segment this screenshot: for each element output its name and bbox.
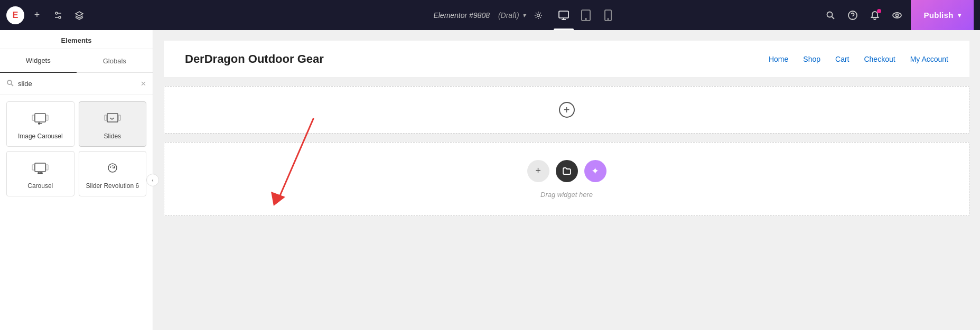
- slides-icon: [104, 111, 121, 128]
- sidebar: Elements Widgets Globals ✕: [0, 30, 153, 330]
- site-nav: Home Shop Cart Checkout My Account: [769, 55, 948, 63]
- svg-rect-9: [582, 10, 590, 21]
- topbar: E + Elementor #9808 (Draft) ▾: [0, 0, 980, 30]
- drag-action-buttons: + ✦: [527, 160, 606, 182]
- desktop-view-button[interactable]: [554, 5, 574, 25]
- slider-revolution-label: Slider Revolution 6: [86, 182, 139, 190]
- carousel-label: Carousel: [27, 182, 53, 190]
- svg-point-18: [7, 80, 12, 84]
- search-row: ✕: [0, 73, 153, 95]
- elementor-logo[interactable]: E: [6, 6, 24, 24]
- sidebar-title: Elements: [0, 30, 153, 49]
- svg-point-5: [537, 14, 539, 16]
- collapse-sidebar-button[interactable]: ‹: [146, 174, 159, 186]
- sidebar-tabs: Widgets Globals: [0, 49, 153, 73]
- svg-rect-29: [32, 165, 34, 170]
- tab-globals[interactable]: Globals: [77, 49, 153, 72]
- site-header: DerDragon Outdoor Gear Home Shop Cart Ch…: [164, 41, 969, 78]
- svg-point-24: [39, 123, 40, 124]
- svg-line-14: [832, 16, 835, 19]
- nav-my-account[interactable]: My Account: [910, 55, 948, 63]
- svg-rect-22: [46, 115, 48, 120]
- widgets-grid: Image Carousel Slides: [0, 95, 153, 203]
- svg-point-12: [608, 18, 609, 20]
- svg-point-33: [41, 173, 42, 174]
- svg-rect-25: [107, 114, 118, 122]
- tab-widgets[interactable]: Widgets: [0, 49, 77, 73]
- svg-rect-30: [46, 165, 48, 170]
- svg-point-17: [896, 14, 899, 16]
- search-input[interactable]: [18, 80, 136, 88]
- carousel-icon: [32, 161, 49, 178]
- search-clear-button[interactable]: ✕: [141, 80, 146, 88]
- notifications-button[interactable]: [866, 7, 883, 24]
- search-button[interactable]: [822, 7, 839, 24]
- nav-checkout[interactable]: Checkout: [864, 55, 895, 63]
- search-icon: [6, 79, 14, 88]
- slider-revolution-icon: [104, 161, 121, 178]
- svg-marker-4: [76, 12, 83, 16]
- svg-point-10: [585, 18, 586, 20]
- add-widget-button[interactable]: +: [29, 7, 45, 24]
- svg-point-13: [827, 12, 833, 17]
- svg-point-31: [38, 173, 39, 174]
- svg-rect-20: [35, 114, 45, 122]
- widget-image-carousel[interactable]: Image Carousel: [6, 101, 74, 147]
- slides-label: Slides: [104, 133, 121, 140]
- svg-point-1: [55, 12, 58, 14]
- drag-widget-section: + ✦ Drag widget here: [164, 142, 969, 216]
- page-title[interactable]: Elementor #9808 (Draft) ▾: [433, 11, 525, 20]
- widget-slides[interactable]: Slides: [79, 101, 147, 147]
- notification-badge: [877, 9, 881, 13]
- widget-slider-revolution[interactable]: Slider Revolution 6: [79, 151, 147, 196]
- image-carousel-label: Image Carousel: [18, 133, 63, 140]
- nav-home[interactable]: Home: [769, 55, 788, 63]
- svg-point-32: [40, 173, 41, 174]
- canvas: DerDragon Outdoor Gear Home Shop Cart Ch…: [153, 30, 980, 330]
- add-section-button[interactable]: +: [559, 102, 575, 118]
- site-title: DerDragon Outdoor Gear: [185, 52, 324, 66]
- topbar-right: Publish ▾: [822, 0, 974, 30]
- topbar-left: E +: [6, 6, 88, 24]
- preview-button[interactable]: [889, 7, 906, 24]
- svg-point-16: [893, 13, 901, 18]
- drag-widget-text: Drag widget here: [540, 191, 593, 199]
- mobile-view-button[interactable]: [598, 5, 618, 25]
- nav-cart[interactable]: Cart: [835, 55, 849, 63]
- nav-shop[interactable]: Shop: [803, 55, 820, 63]
- chevron-down-icon: ▾: [522, 12, 526, 19]
- svg-point-3: [59, 16, 61, 18]
- widget-carousel[interactable]: Carousel: [6, 151, 74, 196]
- add-element-button[interactable]: +: [527, 160, 549, 182]
- main-layout: Elements Widgets Globals ✕: [0, 30, 980, 330]
- empty-section: +: [164, 86, 969, 134]
- help-button[interactable]: [844, 7, 861, 24]
- svg-rect-6: [559, 11, 568, 18]
- publish-chevron-icon: ▾: [958, 12, 961, 19]
- svg-rect-26: [105, 115, 107, 120]
- page-settings-button[interactable]: [530, 7, 547, 24]
- template-library-button[interactable]: [556, 160, 578, 182]
- tablet-view-button[interactable]: [576, 5, 596, 25]
- svg-line-19: [11, 84, 13, 86]
- ai-content-button[interactable]: ✦: [584, 160, 606, 182]
- publish-button[interactable]: Publish ▾: [911, 0, 974, 30]
- image-carousel-icon: [32, 111, 49, 128]
- settings-sliders-button[interactable]: [50, 7, 67, 24]
- svg-rect-28: [35, 163, 45, 172]
- svg-rect-27: [118, 115, 120, 120]
- layers-button[interactable]: [71, 7, 88, 24]
- svg-rect-21: [32, 115, 34, 120]
